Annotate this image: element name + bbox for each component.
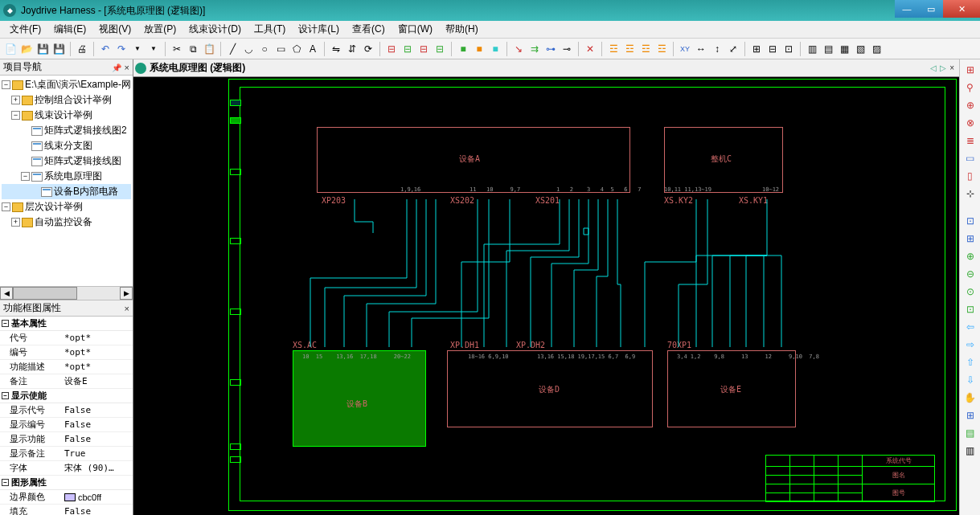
view2-icon[interactable]: ⊞	[963, 231, 978, 246]
dim2-icon[interactable]: ↕	[710, 42, 724, 56]
line-icon[interactable]: ╱	[225, 42, 240, 56]
redo-icon[interactable]: ↷	[114, 42, 129, 56]
opt3-icon[interactable]: ▦	[837, 42, 851, 56]
opt4-icon[interactable]: ▧	[853, 42, 867, 56]
snap2-icon[interactable]: ⊗	[963, 116, 978, 130]
menu-check[interactable]: 查看(C)	[346, 21, 392, 38]
port-icon[interactable]: ⊸	[560, 42, 574, 56]
zoom-out-icon[interactable]: ⊖	[963, 267, 978, 281]
pan-up-icon[interactable]: ⇧	[963, 355, 978, 370]
origin-icon[interactable]: ⊹	[963, 186, 978, 201]
pg-cat-display[interactable]: 显示使能	[11, 390, 47, 402]
align2-icon[interactable]: ⊟	[400, 42, 415, 56]
dim1-icon[interactable]: ↔	[694, 42, 708, 56]
circle-icon[interactable]: ○	[257, 42, 272, 56]
pan-down-icon[interactable]: ⇩	[963, 373, 978, 387]
pg-ziti[interactable]: 宋体 (90)…	[63, 461, 133, 475]
paste-icon[interactable]: 📋	[202, 42, 216, 56]
menu-tools[interactable]: 工具(T)	[248, 21, 292, 38]
bus-icon[interactable]: ⇉	[527, 42, 542, 56]
block-cyan-icon[interactable]: ■	[488, 42, 502, 56]
copy-icon[interactable]: ⧉	[186, 42, 200, 56]
pg-tianchong[interactable]: False	[63, 505, 133, 515]
pg-cat-graphic[interactable]: 图形属性	[11, 476, 47, 488]
menu-place[interactable]: 放置(P)	[137, 21, 182, 38]
opt2-icon[interactable]: ▤	[821, 42, 835, 56]
align1-icon[interactable]: ⊟	[384, 42, 399, 56]
minimize-button[interactable]: —	[895, 0, 919, 18]
new-icon[interactable]: 📄	[3, 42, 18, 56]
comp1-icon[interactable]: ☲	[606, 42, 621, 56]
cut-icon[interactable]: ✂	[170, 42, 184, 56]
saveall-icon[interactable]: 💾	[51, 42, 66, 56]
pin-icon[interactable]: 📌	[112, 63, 121, 72]
pg-bianhao[interactable]: *opt*	[63, 345, 133, 359]
pg-xgongneng[interactable]: False	[63, 432, 133, 446]
pg-xbianhao[interactable]: False	[63, 418, 133, 431]
prop-close-icon[interactable]: ×	[125, 304, 129, 313]
doc-tab-label[interactable]: 系统电原理图 (逻辑图)	[150, 61, 245, 75]
fliph-icon[interactable]: ⇋	[329, 42, 343, 56]
layer-icon[interactable]: ≣	[963, 133, 978, 148]
ruler2-icon[interactable]: ▯	[963, 169, 978, 183]
pg-beizhu[interactable]: 设备E	[63, 374, 133, 388]
tree-n3a[interactable]: 自动监控设备	[35, 215, 92, 229]
tree-n3[interactable]: 层次设计举例	[25, 200, 83, 214]
tree-n2d1[interactable]: 设备B内部电路	[54, 185, 118, 198]
rect-icon[interactable]: ▭	[273, 42, 288, 56]
open-icon[interactable]: 📂	[19, 42, 34, 56]
pg-gongneng[interactable]: *opt*	[63, 360, 133, 374]
comp2-icon[interactable]: ☲	[622, 42, 637, 56]
menu-view[interactable]: 视图(V)	[92, 21, 137, 38]
dim3-icon[interactable]: ⤢	[726, 42, 740, 56]
scroll-right-icon[interactable]: ▶	[120, 287, 133, 300]
tree-n2c[interactable]: 矩阵式逻辑接线图	[44, 154, 121, 168]
print-icon[interactable]: 🖨	[75, 42, 89, 56]
menu-library[interactable]: 设计库(L)	[292, 21, 346, 38]
align4-icon[interactable]: ⊟	[433, 42, 447, 56]
xy1-icon[interactable]: XY	[678, 42, 692, 56]
schematic-canvas[interactable]: 设备A 整机C XP203 XS202 XS201 XS.KY2 XS.KY1 …	[133, 77, 959, 515]
poly-icon[interactable]: ⬠	[289, 42, 304, 56]
net-icon[interactable]: ⊶	[543, 42, 558, 56]
wire-icon[interactable]: ↘	[511, 42, 526, 56]
grid2-icon[interactable]: ⊟	[765, 42, 780, 56]
arc-icon[interactable]: ◡	[241, 42, 256, 56]
project-tree[interactable]: −E:\桌面\演示\Example-网 +控制组合设计举例 −线束设计举例 矩阵…	[0, 76, 133, 286]
menu-help[interactable]: 帮助(H)	[439, 21, 485, 38]
tree-root[interactable]: E:\桌面\演示\Example-网	[25, 78, 131, 92]
block-orange-icon[interactable]: ■	[472, 42, 486, 56]
hand-icon[interactable]: ✋	[963, 390, 978, 405]
close-button[interactable]: ✕	[943, 0, 980, 18]
tree-n2a[interactable]: 矩阵式逻辑接线图2	[44, 124, 127, 137]
tree-n2b[interactable]: 线束分支图	[44, 139, 92, 153]
menu-file[interactable]: 文件(F)	[3, 21, 47, 38]
grid3-icon[interactable]: ⊡	[781, 42, 796, 56]
pg-cat-basic[interactable]: 基本属性	[11, 317, 47, 329]
menu-harness[interactable]: 线束设计(D)	[182, 21, 248, 38]
tree-hscrollbar[interactable]: ◀ ▶	[0, 286, 133, 300]
grid1-icon[interactable]: ⊞	[749, 42, 764, 56]
scroll-left-icon[interactable]: ◀	[0, 287, 13, 300]
library-icon[interactable]: ▤	[963, 426, 978, 440]
maximize-button[interactable]: ▭	[919, 0, 943, 18]
tab-close-icon[interactable]: ×	[949, 63, 954, 72]
menu-window[interactable]: 窗口(W)	[392, 21, 439, 38]
rotate-icon[interactable]: ⟳	[361, 42, 375, 56]
zoom-sel-icon[interactable]: ⊡	[963, 302, 978, 317]
flipv-icon[interactable]: ⇵	[345, 42, 359, 56]
drop2-icon[interactable]: ▼	[146, 42, 161, 56]
tree-n2[interactable]: 线束设计举例	[35, 108, 92, 122]
pg-xdaihao[interactable]: False	[63, 403, 133, 417]
pan-left-icon[interactable]: ⇦	[963, 320, 978, 334]
property-grid[interactable]: −基本属性 代号*opt* 编号*opt* 功能描述*opt* 备注设备E −显…	[0, 317, 133, 515]
align3-icon[interactable]: ⊟	[416, 42, 431, 56]
opt5-icon[interactable]: ▨	[869, 42, 884, 56]
text-icon[interactable]: A	[305, 42, 320, 56]
menu-edit[interactable]: 编辑(E)	[47, 21, 92, 38]
tree-n2d[interactable]: 系统电原理图	[44, 170, 102, 183]
snap-icon[interactable]: ⊕	[963, 98, 978, 112]
pan-right-icon[interactable]: ⇨	[963, 337, 978, 352]
drop1-icon[interactable]: ▼	[130, 42, 145, 56]
grid-icon[interactable]: ⊞	[963, 63, 978, 77]
